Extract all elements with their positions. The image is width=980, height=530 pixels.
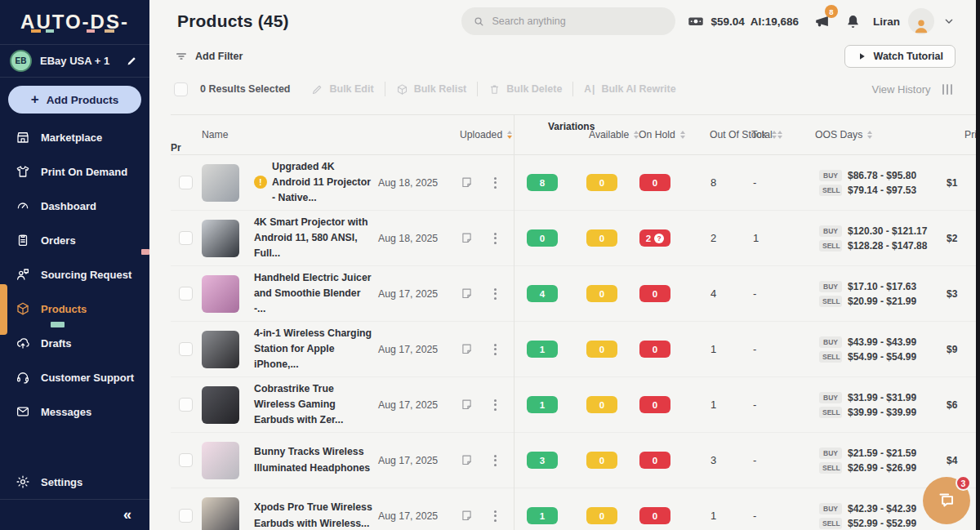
product-image[interactable] <box>202 164 239 202</box>
sidebar-item-orders[interactable]: Orders <box>0 223 149 257</box>
row-checkbox[interactable] <box>179 453 193 467</box>
row-menu-button[interactable] <box>491 174 500 192</box>
product-name[interactable]: 4-in-1 Wireless Charging Station for App… <box>254 326 373 372</box>
chat-fab-button[interactable]: 3 <box>923 477 970 524</box>
announcements-button[interactable]: 8 <box>813 12 831 30</box>
row-checkbox[interactable] <box>179 287 193 301</box>
available-badge[interactable]: 1 <box>527 341 558 358</box>
collapse-sidebar-button[interactable]: « <box>123 506 131 523</box>
row-checkbox[interactable] <box>179 509 193 523</box>
product-name[interactable]: Bunny Tracks Wireless Illuminated Headph… <box>254 444 373 475</box>
row-checkbox[interactable] <box>179 342 193 356</box>
product-name[interactable]: 4K Smart Projector with Android 11, 580 … <box>254 215 373 261</box>
product-name[interactable]: Upgraded 4K Android 11 Projector - Nativ… <box>272 159 373 206</box>
column-uploaded[interactable]: Uploaded <box>460 129 491 140</box>
out-of-stock-badge[interactable]: 0 ? <box>639 285 670 302</box>
on-hold-badge[interactable]: 0 <box>586 452 617 469</box>
out-of-stock-badge[interactable]: 0 ? <box>639 507 670 524</box>
on-hold-badge[interactable]: 0 <box>586 174 617 191</box>
product-image[interactable] <box>202 497 239 530</box>
row-menu-button[interactable] <box>491 285 500 303</box>
on-hold-badge[interactable]: 0 <box>586 341 617 358</box>
notifications-button[interactable] <box>844 13 862 30</box>
bulk-ai-rewrite-button[interactable]: A| Bulk AI Rewrite <box>584 83 675 95</box>
sidebar-item-customer-support[interactable]: Customer Support <box>0 360 149 394</box>
search-input[interactable] <box>492 16 655 27</box>
select-all-checkbox[interactable] <box>174 82 188 96</box>
add-products-button[interactable]: + Add Products <box>8 86 141 114</box>
out-of-stock-badge[interactable]: 0 ? <box>639 452 670 469</box>
on-hold-badge[interactable]: 0 <box>586 507 617 524</box>
view-history-button[interactable]: View History <box>871 83 930 96</box>
available-badge[interactable]: 1 <box>527 396 558 413</box>
sidebar-nav: Marketplace Print On Demand Dashboard Or… <box>0 120 149 429</box>
table-body: ! Upgraded 4K Android 11 Projector - Nat… <box>171 155 980 530</box>
product-image[interactable] <box>202 331 239 368</box>
available-badge[interactable]: 1 <box>527 507 558 524</box>
row-menu-button[interactable] <box>491 229 500 247</box>
note-icon[interactable] <box>460 509 491 523</box>
product-image[interactable] <box>202 442 239 479</box>
available-badge[interactable]: 3 <box>527 452 558 469</box>
note-icon[interactable] <box>460 398 491 412</box>
product-name[interactable]: Handheld Electric Juicer and Smoothie Bl… <box>254 270 373 317</box>
out-of-stock-badge[interactable]: 0 ? <box>639 174 670 191</box>
product-name[interactable]: Xpods Pro True Wireless Earbuds with Wir… <box>254 500 373 530</box>
sidebar-item-dashboard[interactable]: Dashboard <box>0 189 149 223</box>
on-hold-badge[interactable]: 0 <box>586 285 617 302</box>
column-name[interactable]: Name <box>202 129 378 140</box>
column-out-of-stock[interactable]: Out Of Stock <box>698 129 739 140</box>
note-icon[interactable] <box>460 287 491 301</box>
sidebar-item-marketplace[interactable]: Marketplace <box>0 120 149 154</box>
note-icon[interactable] <box>460 342 491 356</box>
sidebar-item-sourcing-request[interactable]: Sourcing Request <box>0 257 149 292</box>
row-menu-button[interactable] <box>491 452 500 470</box>
avatar[interactable] <box>908 8 934 34</box>
column-total[interactable]: Total <box>739 129 801 140</box>
column-price[interactable]: Price <box>947 129 980 140</box>
storefront-icon <box>16 130 30 145</box>
product-image[interactable] <box>202 386 239 424</box>
sidebar-item-products[interactable]: Products <box>0 292 149 326</box>
out-of-stock-badge[interactable]: 2 ? <box>639 229 670 247</box>
out-of-stock-badge[interactable]: 0 ? <box>639 341 670 358</box>
note-icon[interactable] <box>460 231 491 245</box>
edit-store-icon[interactable] <box>126 55 138 67</box>
note-icon[interactable] <box>460 453 491 467</box>
row-menu-button[interactable] <box>491 396 500 414</box>
row-menu-button[interactable] <box>491 507 500 525</box>
product-image[interactable] <box>202 220 239 257</box>
bulk-edit-button[interactable]: Bulk Edit <box>311 83 373 96</box>
logo-accent <box>105 29 114 33</box>
available-badge[interactable]: 4 <box>527 285 558 302</box>
balance-group[interactable]: $59.04 AI:19,686 <box>687 12 799 30</box>
bulk-relist-button[interactable]: Bulk Relist <box>396 83 467 96</box>
available-badge[interactable]: 8 <box>527 174 558 191</box>
out-of-stock-badge[interactable]: 0 ? <box>639 396 670 413</box>
column-profit[interactable]: Pr <box>171 142 202 154</box>
sidebar-item-messages[interactable]: Messages <box>0 394 149 429</box>
app-window: AUTO-DS- EB EBay USA + 1 + Add Products … <box>0 0 980 530</box>
row-checkbox[interactable] <box>179 231 193 245</box>
row-checkbox[interactable] <box>179 176 193 189</box>
sidebar-item-print-on-demand[interactable]: Print On Demand <box>0 154 149 189</box>
product-name[interactable]: Cobrastrike True Wireless Gaming Earbuds… <box>254 381 373 428</box>
sidebar-item-settings[interactable]: Settings <box>0 465 149 499</box>
add-filter-button[interactable]: Add Filter <box>175 50 243 63</box>
note-icon[interactable] <box>460 176 491 189</box>
store-selector[interactable]: EB EBay USA + 1 <box>0 45 149 78</box>
user-menu-button[interactable] <box>942 15 956 28</box>
watch-tutorial-button[interactable]: Watch Tutorial <box>844 45 956 68</box>
bulk-delete-button[interactable]: Bulk Delete <box>488 83 562 96</box>
columns-settings-icon[interactable] <box>942 84 953 95</box>
product-image[interactable] <box>202 275 239 313</box>
column-on-hold[interactable]: On Hold <box>628 129 698 140</box>
column-oos-days[interactable]: OOS Days <box>801 129 947 140</box>
search-bar[interactable] <box>461 7 675 35</box>
sidebar-item-drafts[interactable]: Drafts <box>0 326 149 360</box>
row-menu-button[interactable] <box>491 341 500 359</box>
row-checkbox[interactable] <box>179 398 193 412</box>
on-hold-badge[interactable]: 0 <box>586 396 617 413</box>
on-hold-badge[interactable]: 0 <box>586 229 617 247</box>
available-badge[interactable]: 0 <box>527 229 558 247</box>
